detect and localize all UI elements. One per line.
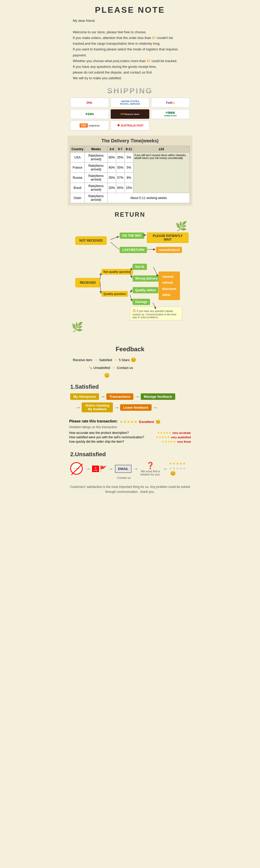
- excellent-label: Excellent: [139, 420, 154, 424]
- country-outer: Outer: [70, 193, 85, 203]
- received-box: RECEIVED: [76, 278, 100, 287]
- footer-text: Customers' satisfaction is the most impo…: [69, 485, 191, 494]
- svg-line-9: [130, 295, 132, 301]
- manage-feedback-step: Manage feedback: [141, 393, 175, 400]
- arrow-icon-4: →: [111, 365, 116, 370]
- table-row: USA Rate(Items arrived) 60% 35% 5% if yo…: [70, 153, 190, 163]
- note-cell: if you still don't receive items within …: [133, 153, 190, 193]
- satisfied-title: 1.Satisfied: [70, 383, 190, 390]
- return-diagram: 🌿 🌿 NOT RECEIVED ON THE WAY PLEASE PATIE…: [70, 221, 190, 338]
- rate-stars-1: ★★★★★: [157, 431, 171, 435]
- on-the-way-box: ON THE WAY: [120, 232, 144, 239]
- satisfied-section: 1.Satisfied My Aliexpress → Transactions…: [65, 383, 195, 419]
- col-14: ≥14: [133, 146, 190, 153]
- not-quality-box: Not quality question: [102, 269, 133, 275]
- transactions-step: Transactions: [106, 393, 134, 400]
- contact-us-label: Contact us: [117, 476, 190, 479]
- quality-question-box: Quality question: [102, 291, 128, 297]
- delivery-title: The Delivery Time(weeks): [70, 138, 190, 144]
- five-stars-label: 5 Stars: [119, 358, 129, 362]
- ups-logo: UPSExpress Saver: [111, 109, 149, 119]
- unsat-arrow-1: →: [85, 466, 90, 472]
- country-brazil: Brazil: [70, 183, 85, 193]
- no-icon: ★★★: [70, 462, 84, 476]
- leaf-right-top: 🌿: [175, 221, 187, 232]
- usps-logo: UNITED STATESPOSTAL SERVICE: [111, 98, 149, 107]
- unsat-arrow-2: →: [108, 466, 113, 472]
- step-arrow-2: →: [135, 394, 140, 400]
- step-arrow-4: →: [114, 404, 119, 410]
- svg-line-8: [130, 290, 132, 293]
- rate-france: Rate(Items arrived): [85, 163, 108, 173]
- delivery-table: Country Weeks 3-4 5-7 8-11 ≥14 USA Rate(…: [70, 146, 190, 203]
- rate-brazil: Rate(Items arrived): [85, 183, 108, 193]
- rate-subtitle: Detailed ratings on this transaction: [69, 425, 191, 429]
- please-wait-box: PLEASE PATIENTLY WAIT: [147, 232, 189, 243]
- chinapost-logo: 中国邮政 CHINA POST: [151, 109, 190, 119]
- rate-usa: Rate(Items arrived): [85, 153, 108, 163]
- resend-refund-box: resend/refund: [156, 247, 182, 253]
- svg-line-5: [100, 282, 101, 293]
- please-note-body: My dear friend: Welcome to our store, pl…: [73, 18, 187, 81]
- rate-row-2: How satisfied were you with the sell's c…: [69, 435, 191, 439]
- not-received-box: NOT RECEIVED: [76, 237, 107, 245]
- auspost-logo: ✦AUSTRALIA POST: [111, 121, 149, 130]
- rate-russia: Rate(Items arrived): [85, 173, 108, 183]
- stop-sign-area: N stop 🚩: [92, 466, 107, 472]
- rate-row-3: how quickly did the seller ship the item…: [69, 440, 191, 443]
- feedback-section: Feedback Receive item → Satisfied → 5 St…: [65, 343, 195, 383]
- col-country: Country: [70, 146, 85, 153]
- shipping-section: SHIPPING DHL UNITED STATESPOSTAL SERVICE…: [65, 84, 195, 135]
- step-arrow-3: →: [76, 404, 81, 410]
- arrow-icon-3: ↘: [88, 365, 92, 370]
- table-row: Outer Rate(Items arrived) About 5-11 wor…: [70, 193, 190, 203]
- rate-q2: How satisfied were you with the sell's c…: [69, 435, 144, 439]
- unsat-stars-1: ★★★★★: [169, 461, 186, 466]
- not-fit-box: Not fit: [133, 264, 147, 270]
- contact-note-box: ⚠ if you have any question please contac…: [130, 307, 182, 320]
- contact-us-label: Contact us: [117, 366, 133, 370]
- question-area: ❓ We must find a solution for you.: [140, 462, 161, 476]
- delivery-section: The Delivery Time(weeks) Country Weeks 3…: [67, 135, 193, 206]
- satisfied-label: Satisfied: [99, 358, 112, 362]
- country-russia: Russia: [70, 173, 85, 183]
- wrong-delivery-box: Wrong delivery: [133, 275, 160, 282]
- rate-stars-3: ★★★★★: [162, 440, 176, 443]
- return-title: RETURN: [115, 211, 145, 218]
- solution-text: We must find a solution for you.: [140, 470, 161, 476]
- receive-item-label: Receive item: [73, 358, 92, 362]
- unsat-stars-area: ★★★★★ ★★★★★ 😊: [169, 461, 186, 476]
- highlight1: $7: [152, 36, 156, 40]
- col-3-4: 3-4: [107, 146, 116, 153]
- rate-q1: How accurate was the product description…: [69, 431, 129, 435]
- rate-prompt: Please rate this transaction:: [69, 419, 118, 423]
- leave-feedback-step: Leave feedback: [120, 404, 151, 411]
- return-section: RETURN 🌿 🌿 NOT RECEIVED ON THE WAY PLEAS…: [65, 208, 195, 343]
- quality-defect-box: Quality defect: [133, 287, 158, 293]
- feedback-flow-1: Receive item → Satisfied → 5 Stars 😊: [73, 357, 187, 363]
- col-weeks: Weeks: [85, 146, 108, 153]
- col-8-11: 8-11: [124, 146, 133, 153]
- shipping-logos: DHL UNITED STATESPOSTAL SERVICE FedEx ✈E…: [70, 98, 190, 130]
- arrow-icon-1: →: [93, 357, 98, 363]
- svg-line-4: [100, 273, 101, 279]
- unsatisfied-label: Unsatisfied: [93, 366, 110, 370]
- steps-row-2: → Orders Awaiting My feedback → Leave fe…: [76, 402, 190, 412]
- rate-section: Please rate this transaction: ★★★★★ Exce…: [65, 419, 195, 448]
- footer-note: Customers' satisfaction is the most impo…: [65, 485, 195, 500]
- unsatisfied-title: 2.Unsatisfied: [70, 451, 190, 458]
- unsat-flow: ★★★ → N stop 🚩 → EMAIL → ❓ We must find …: [70, 461, 190, 476]
- shipping-title: SHIPPING: [70, 86, 190, 95]
- step-arrow-1: →: [100, 394, 105, 400]
- feedback-title: Feedback: [73, 345, 187, 353]
- rate-q3: how quickly did the seller ship the item…: [69, 440, 124, 443]
- rate-row-1: How accurate was the product description…: [69, 431, 191, 435]
- country-france: France: [70, 163, 85, 173]
- worried-icon: 😟: [104, 373, 187, 378]
- rate-label-1: very accdrate: [172, 431, 191, 434]
- dhl-logo: DHL: [70, 98, 109, 107]
- please-note-section: PLEASE NOTE My dear friend: Welcome to o…: [65, 0, 195, 84]
- stop-flag: 🚩: [99, 466, 107, 472]
- svg-line-1: [111, 242, 119, 249]
- options-box: resend refund discount other: [158, 272, 180, 300]
